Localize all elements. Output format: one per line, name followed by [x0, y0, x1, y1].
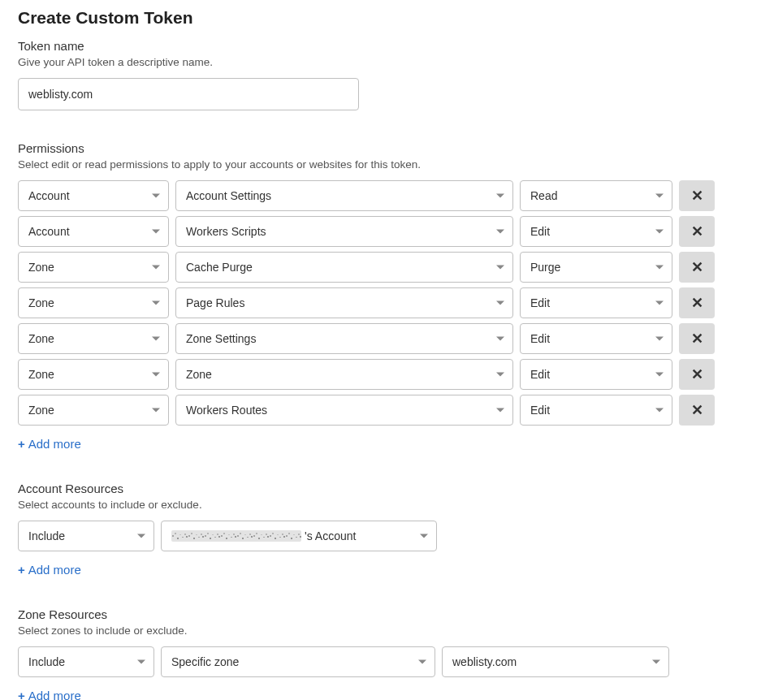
zone-resources-label: Zone Resources — [18, 607, 743, 621]
chevron-down-icon — [152, 408, 160, 413]
select-value: Edit — [530, 296, 550, 309]
permission-action-select[interactable]: Purge — [520, 252, 672, 283]
select-value: Cache Purge — [186, 261, 253, 274]
permission-scope-select[interactable]: Zone — [18, 395, 169, 426]
permission-scope-select[interactable]: Zone — [18, 359, 169, 390]
chevron-down-icon — [496, 194, 504, 198]
chevron-down-icon — [152, 266, 160, 270]
add-more-label: Add more — [28, 689, 81, 700]
account-resources-section: Account Resources Select accounts to inc… — [18, 482, 743, 577]
select-value: Zone — [186, 368, 212, 381]
permissions-helper: Select edit or read permissions to apply… — [18, 158, 743, 171]
permission-action-select[interactable]: Edit — [520, 323, 672, 354]
chevron-down-icon — [655, 408, 664, 413]
account-suffix: 's Account — [305, 529, 356, 542]
chevron-down-icon — [655, 301, 664, 305]
chevron-down-icon — [652, 660, 660, 664]
close-icon: ✕ — [691, 187, 703, 205]
permission-item-select[interactable]: Zone — [175, 359, 513, 390]
account-resource-row: Include 's Account — [18, 521, 743, 551]
permission-item-select[interactable]: Account Settings — [175, 180, 513, 211]
permission-action-select[interactable]: Read — [520, 180, 672, 211]
permission-scope-select[interactable]: Account — [18, 216, 169, 247]
chevron-down-icon — [655, 373, 664, 377]
permissions-label: Permissions — [18, 141, 743, 155]
close-icon: ✕ — [691, 401, 703, 419]
select-value: Zone — [28, 296, 54, 309]
permission-item-select[interactable]: Workers Scripts — [175, 216, 513, 247]
permission-action-select[interactable]: Edit — [520, 287, 672, 318]
chevron-down-icon — [496, 301, 504, 305]
remove-permission-button[interactable]: ✕ — [679, 180, 715, 211]
select-value: Read — [530, 189, 557, 202]
select-value: Zone — [28, 332, 54, 345]
permission-row: AccountAccount SettingsRead✕ — [18, 180, 743, 211]
select-value: Workers Scripts — [186, 225, 266, 238]
select-value: Edit — [530, 332, 550, 345]
account-resources-add-more[interactable]: + Add more — [18, 563, 81, 577]
permission-item-select[interactable]: Page Rules — [175, 287, 513, 318]
zone-value-select[interactable]: weblisty.com — [442, 646, 669, 677]
remove-permission-button[interactable]: ✕ — [679, 323, 715, 354]
zone-mode-select[interactable]: Include — [18, 646, 154, 677]
zone-resources-add-more[interactable]: + Add more — [18, 689, 81, 700]
token-name-helper: Give your API token a descriptive name. — [18, 56, 743, 68]
select-value: Include — [28, 655, 65, 668]
select-value: Workers Routes — [186, 404, 267, 417]
close-icon: ✕ — [691, 365, 703, 383]
permission-scope-select[interactable]: Account — [18, 180, 169, 211]
close-icon: ✕ — [691, 223, 703, 240]
permission-row: ZonePage RulesEdit✕ — [18, 287, 743, 318]
permission-row: AccountWorkers ScriptsEdit✕ — [18, 216, 743, 247]
permission-item-select[interactable]: Workers Routes — [175, 395, 513, 426]
account-select[interactable]: 's Account — [161, 521, 437, 551]
chevron-down-icon — [137, 534, 145, 538]
permission-action-select[interactable]: Edit — [520, 359, 672, 390]
plus-icon: + — [18, 563, 25, 577]
permissions-add-more[interactable]: + Add more — [18, 437, 81, 451]
select-value: Include — [28, 529, 65, 542]
zone-selector-select[interactable]: Specific zone — [161, 646, 435, 677]
select-value: Zone Settings — [186, 332, 256, 345]
account-resources-helper: Select accounts to include or exclude. — [18, 499, 743, 511]
select-value: weblisty.com — [452, 655, 517, 668]
chevron-down-icon — [152, 337, 160, 341]
select-value: Zone — [28, 261, 54, 274]
remove-permission-button[interactable]: ✕ — [679, 216, 715, 247]
chevron-down-icon — [496, 266, 504, 270]
chevron-down-icon — [496, 408, 504, 413]
permission-action-select[interactable]: Edit — [520, 395, 672, 426]
plus-icon: + — [18, 437, 25, 451]
permission-row: ZoneZoneEdit✕ — [18, 359, 743, 390]
remove-permission-button[interactable]: ✕ — [679, 287, 715, 318]
add-more-label: Add more — [28, 437, 81, 451]
redacted-account-name — [171, 530, 301, 542]
account-mode-select[interactable]: Include — [18, 521, 154, 551]
token-name-section: Token name Give your API token a descrip… — [18, 39, 743, 110]
chevron-down-icon — [655, 337, 664, 341]
permissions-section: Permissions Select edit or read permissi… — [18, 141, 743, 451]
close-icon: ✕ — [691, 258, 703, 276]
close-icon: ✕ — [691, 330, 703, 348]
zone-resources-section: Zone Resources Select zones to include o… — [18, 607, 743, 700]
chevron-down-icon — [655, 230, 664, 234]
permission-scope-select[interactable]: Zone — [18, 252, 169, 283]
select-value: Zone — [28, 404, 54, 417]
chevron-down-icon — [152, 194, 160, 198]
account-resources-label: Account Resources — [18, 482, 743, 495]
permission-scope-select[interactable]: Zone — [18, 287, 169, 318]
zone-resource-row: Include Specific zone weblisty.com — [18, 646, 743, 677]
remove-permission-button[interactable]: ✕ — [679, 359, 715, 390]
chevron-down-icon — [137, 660, 145, 664]
chevron-down-icon — [496, 337, 504, 341]
permission-action-select[interactable]: Edit — [520, 216, 672, 247]
token-name-input[interactable] — [18, 78, 359, 110]
chevron-down-icon — [152, 230, 160, 234]
permission-item-select[interactable]: Zone Settings — [175, 323, 513, 354]
close-icon: ✕ — [691, 294, 703, 312]
permission-scope-select[interactable]: Zone — [18, 323, 169, 354]
remove-permission-button[interactable]: ✕ — [679, 252, 715, 283]
permission-item-select[interactable]: Cache Purge — [175, 252, 513, 283]
remove-permission-button[interactable]: ✕ — [679, 395, 715, 426]
select-value: Edit — [530, 368, 550, 381]
